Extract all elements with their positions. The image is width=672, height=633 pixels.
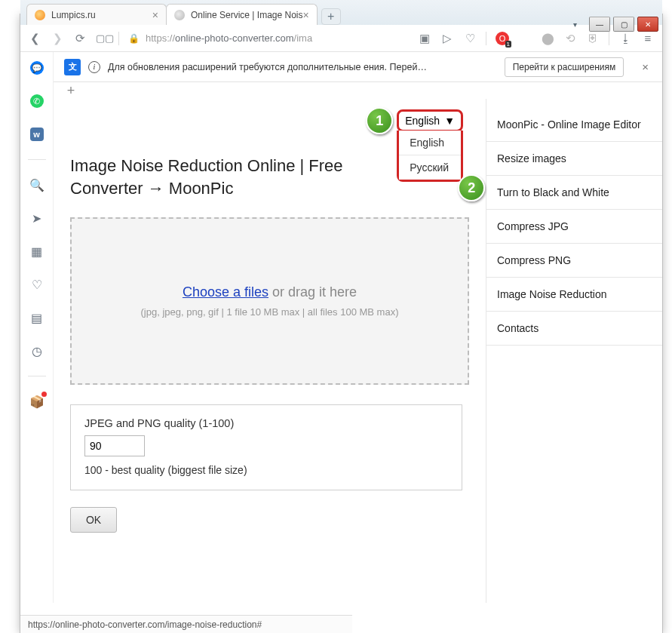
status-bar: https://online-photo-converter.com/image… <box>20 615 352 633</box>
speed-dial-icon[interactable]: ▢▢ <box>96 32 109 44</box>
maximize-button[interactable]: ▢ <box>613 17 634 32</box>
url-host: online-photo-converter.com <box>175 32 294 44</box>
vk-icon[interactable]: w <box>29 126 45 143</box>
language-option-russian[interactable]: Русский <box>399 155 461 180</box>
history-rail-icon[interactable]: ◷ <box>29 343 45 359</box>
sync-icon[interactable]: ⟲ <box>563 32 577 45</box>
sidebar-item-moonpic[interactable]: MoonPic - Online Image Editor <box>486 108 662 142</box>
url-path: /ima <box>294 32 313 44</box>
add-pane-button[interactable]: + <box>63 82 79 99</box>
tab-title: Lumpics.ru <box>51 10 96 20</box>
quality-hint: 100 - best quality (biggest file size) <box>84 464 448 476</box>
url-field[interactable]: 🔒 https://online-photo-converter.com/ima <box>128 32 409 44</box>
left-rail: 💬 ✆ w 🔍 ➤ ▦ ♡ ▤ ◷ 📦 <box>20 52 54 603</box>
search-rail-icon[interactable]: 🔍 <box>29 177 45 193</box>
url-scheme: https:// <box>146 32 175 44</box>
page-title: Image Noise Reduction Online | Free Conv… <box>70 155 394 199</box>
dismiss-notification-icon[interactable]: × <box>639 60 652 73</box>
send-rail-icon[interactable]: ➤ <box>29 210 45 226</box>
close-tab-icon[interactable]: × <box>152 9 158 21</box>
close-button[interactable]: ✕ <box>637 17 658 32</box>
browser-window: Lumpics.ru × Online Service | Image Nois… <box>20 14 663 633</box>
new-tab-button[interactable]: + <box>321 8 341 25</box>
sidebar-item-resize[interactable]: Resize images <box>486 142 662 176</box>
quality-input[interactable] <box>84 435 145 456</box>
menu-icon[interactable]: ≡ <box>641 32 655 45</box>
tab-title: Online Service | Image Nois <box>191 10 303 20</box>
sidebar-item-compress-jpg[interactable]: Compress JPG <box>486 210 662 244</box>
screenshot-icon[interactable]: ▣ <box>418 32 431 45</box>
sidebar-item-noise[interactable]: Image Noise Reduction <box>486 278 662 312</box>
notification-bar: 文 i Для обновления расширений требуются … <box>54 52 662 82</box>
address-bar: ❮ ❯ ⟳ ▢▢ 🔒 https://online-photo-converte… <box>20 25 662 52</box>
file-dropzone[interactable]: Choose a files or drag it here (jpg, jpe… <box>70 217 469 385</box>
favicon-icon <box>35 10 45 20</box>
sidebar-item-bw[interactable]: Turn to Black and White <box>486 176 662 210</box>
quality-panel: JPEG and PNG quality (1-100) 100 - best … <box>70 404 462 490</box>
language-dropdown: English Русский 2 <box>397 131 463 182</box>
close-tab-icon[interactable]: × <box>303 9 309 21</box>
language-option-english[interactable]: English <box>399 131 461 155</box>
tab-strip: Lumpics.ru × Online Service | Image Nois… <box>20 0 662 25</box>
news-rail-icon[interactable]: ▤ <box>29 309 45 326</box>
sidebar-item-compress-png[interactable]: Compress PNG <box>486 244 662 278</box>
info-icon: i <box>88 61 100 73</box>
box-rail-icon[interactable]: 📦 <box>29 393 45 410</box>
page-content: English ▼ 1 English Русский 2 Image Nois… <box>54 99 486 603</box>
sidebar-item-contacts[interactable]: Contacts <box>486 312 662 346</box>
messenger-icon[interactable]: 💬 <box>29 60 45 76</box>
lock-icon: 🔒 <box>128 33 140 44</box>
extension-icon[interactable]: ⬤ <box>541 32 554 45</box>
minimize-button[interactable]: — <box>589 17 610 32</box>
language-selector[interactable]: English ▼ 1 <box>397 109 463 132</box>
back-button[interactable]: ❮ <box>28 32 41 45</box>
translate-badge-icon[interactable]: 文 <box>64 59 81 75</box>
status-url: https://online-photo-converter.com/image… <box>28 619 262 630</box>
notification-text: Для обновления расширений требуются допо… <box>108 62 432 72</box>
quality-label: JPEG and PNG quality (1-100) <box>84 417 448 429</box>
opera-badge-icon[interactable]: O1 <box>496 32 509 45</box>
speed-dial-rail-icon[interactable]: ▦ <box>29 243 45 260</box>
send-icon[interactable]: ▷ <box>440 32 454 45</box>
language-current: English <box>405 115 440 127</box>
download-icon[interactable]: ⭳ <box>618 32 632 45</box>
dropzone-suffix: or drag it here <box>268 284 357 300</box>
tab-online-service[interactable]: Online Service | Image Nois × <box>166 4 318 25</box>
whatsapp-icon[interactable]: ✆ <box>29 93 45 109</box>
ok-button[interactable]: OK <box>70 507 117 533</box>
dropzone-hint: (jpg, jpeg, png, gif | 1 file 10 MB max … <box>140 306 398 318</box>
reload-button[interactable]: ⟳ <box>73 32 87 45</box>
chevron-down-icon: ▼ <box>444 115 455 127</box>
choose-files-link[interactable]: Choose a files <box>183 284 268 300</box>
favicon-icon <box>174 10 185 20</box>
step-badge-1: 1 <box>366 107 393 134</box>
go-to-extensions-button[interactable]: Перейти к расширениям <box>505 57 624 77</box>
shield-icon[interactable]: ⛨ <box>586 32 600 45</box>
tab-lumpics[interactable]: Lumpics.ru × <box>26 4 167 25</box>
right-sidebar: MoonPic - Online Image Editor Resize ima… <box>486 99 662 603</box>
window-dropdown-icon[interactable]: ▾ <box>568 17 581 32</box>
heart-icon[interactable]: ♡ <box>463 32 477 45</box>
heart-rail-icon[interactable]: ♡ <box>29 276 45 293</box>
step-badge-2: 2 <box>458 174 485 201</box>
forward-button[interactable]: ❯ <box>51 32 64 45</box>
